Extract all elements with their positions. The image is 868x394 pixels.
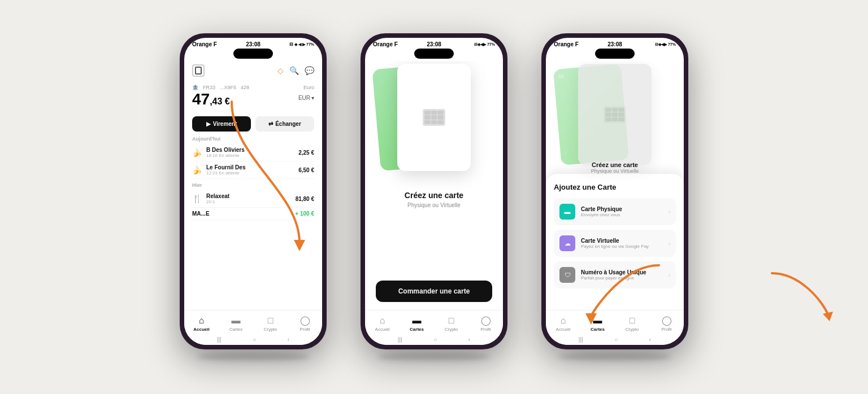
tx-name-1: B Des Oliviers xyxy=(206,147,245,153)
balance-meta: 🏦 FR33 ...X9F5 428 Euro xyxy=(192,85,314,90)
dynamic-island-1 xyxy=(233,49,273,59)
nav-label-cartes-1: Cartes xyxy=(229,327,243,332)
nav-profil-1[interactable]: ◯ Profil xyxy=(288,315,322,332)
card-icon-1: ▬ xyxy=(232,316,241,326)
nav-accueil-1[interactable]: ⌂ Accueil xyxy=(184,316,219,332)
chevron-3: › xyxy=(669,272,670,278)
home-bar-back-3: ‹ xyxy=(649,336,651,343)
crypto-icon-1: □ xyxy=(268,316,274,326)
cards-carousel-2: 31 xyxy=(365,61,503,185)
phone3: Orange F 23:08 ⊟◈◀▶ 77% 31 xyxy=(541,33,688,349)
tx-details-1: B Des Oliviers 18:16 En attente xyxy=(206,147,245,158)
tx-left-3: 🍴 Relaxeat 20:1 xyxy=(192,193,229,204)
status-time-1: Orange F xyxy=(192,41,217,47)
chip-cell xyxy=(437,111,444,115)
cloud-icon: ☁ xyxy=(565,240,571,247)
sheet-title: Ajoutez une Carte xyxy=(554,183,676,191)
nav-label-crypto-3: Crypto xyxy=(626,327,639,332)
phone2-screen: Orange F 23:08 ⊟◈◀▶ 77% 31 xyxy=(365,38,503,345)
nav-label-cartes-3: Cartes xyxy=(591,327,605,332)
nav-label-cartes-2: Cartes xyxy=(410,327,424,332)
phone1-shadow xyxy=(197,353,310,361)
phone3-shadow xyxy=(558,353,671,361)
carte-physique-option[interactable]: ▬ Carte Physique Envoyée chez vous › xyxy=(554,198,676,225)
profile-icon-1: ◯ xyxy=(300,315,310,326)
card-create-overlay: Créez une carte Physique ou Virtuelle xyxy=(546,161,684,174)
option-text-3: Numéro à Usage Unique Parfait pour payer… xyxy=(581,269,646,281)
nav-profil-3[interactable]: ◯ Profil xyxy=(649,315,684,332)
option-sub-2: Payez en ligne ou via Google Pay xyxy=(581,244,649,249)
purple-icon-2: ☁ xyxy=(559,235,575,251)
bell-icon[interactable]: 💬 xyxy=(305,66,314,75)
tx-name-2: Le Fournil Des xyxy=(206,164,245,170)
table-row: MA...E + 100 € xyxy=(192,208,314,220)
commander-carte-button[interactable]: Commander une carte xyxy=(376,281,493,302)
gray-icon-3: 🛡 xyxy=(559,267,575,283)
tx-details-2: Le Fournil Des 12:23 En attente xyxy=(206,164,245,176)
card-icon-3: ▬ xyxy=(593,316,602,326)
nav-crypto-2[interactable]: □ Crypto xyxy=(434,316,468,332)
tx-left-2: 🍌 Le Fournil Des 12:23 En attente xyxy=(192,164,245,176)
tx-amount-4: + 100 € xyxy=(295,211,314,217)
home-bar-indicator-3: ||| xyxy=(579,336,583,343)
status-time-3: 23:08 xyxy=(607,41,622,47)
phone3-wrapper: Orange F 23:08 ⊟◈◀▶ 77% 31 xyxy=(541,33,688,361)
chip-cell xyxy=(424,111,431,115)
nav-crypto-1[interactable]: □ Crypto xyxy=(253,316,288,332)
nav-crypto-3[interactable]: □ Crypto xyxy=(615,316,649,332)
chip-cell xyxy=(431,120,437,124)
numero-usage-unique-option[interactable]: 🛡 Numéro à Usage Unique Parfait pour pay… xyxy=(554,261,676,288)
echanger-button[interactable]: ⇄ Échanger xyxy=(255,116,314,132)
option-title-1: Carte Physique xyxy=(581,206,622,212)
home-bar-back-2: ‹ xyxy=(468,336,470,343)
dynamic-island-3 xyxy=(595,49,635,59)
nav-accueil-2[interactable]: ⌂ Accueil xyxy=(365,316,400,332)
card-chip-3 xyxy=(604,106,626,123)
chip-cell xyxy=(437,120,444,124)
card-physique-icon: ▬ xyxy=(565,208,571,215)
phone2: Orange F 23:08 ⊟◈◀▶ 77% 31 xyxy=(361,33,507,349)
chip-cell xyxy=(424,115,431,119)
carte-virtuelle-option[interactable]: ☁ Carte Virtuelle Payez en ligne ou via … xyxy=(554,230,676,257)
nav-label-accueil-2: Accueil xyxy=(375,327,390,332)
nav-label-profil-2: Profil xyxy=(480,327,491,332)
virement-button[interactable]: ▶ Virement xyxy=(192,116,251,132)
tx-icon-1: 🍌 xyxy=(192,148,202,157)
screen1-content: ◇ 🔍 💬 🏦 FR33 ...X9F5 428 xyxy=(184,61,322,310)
phone1: Orange F 23:08 ⊟ ◈ ◀ ▶ 77% xyxy=(180,33,327,349)
status-bar-3: Orange F 23:08 ⊟◈◀▶ 77% xyxy=(546,38,684,49)
nav-cartes-2[interactable]: ▬ Cartes xyxy=(400,316,434,332)
currency-dropdown[interactable]: EUR ▾ xyxy=(298,95,314,101)
nav-accueil-3[interactable]: ⌂ Accueil xyxy=(546,316,580,332)
chip-cell xyxy=(431,115,437,119)
option-title-2: Carte Virtuelle xyxy=(581,238,649,244)
option-title-3: Numéro à Usage Unique xyxy=(581,269,646,275)
nav-label-crypto-1: Crypto xyxy=(264,327,277,332)
bottom-nav-2: ⌂ Accueil ▬ Cartes □ Crypto ◯ Profil xyxy=(365,310,503,334)
action-buttons: ▶ Virement ⇄ Échanger xyxy=(192,116,314,132)
balance-row: 47,43 € EUR ▾ xyxy=(192,90,314,108)
logo-icon xyxy=(195,67,202,75)
nav-cartes-1[interactable]: ▬ Cartes xyxy=(219,316,253,332)
tx-name-3: Relaxeat xyxy=(206,193,229,199)
chevron-2: › xyxy=(669,240,670,247)
tx-left-1: 🍌 B Des Oliviers 18:16 En attente xyxy=(192,147,245,158)
crypto-icon-2: □ xyxy=(449,316,454,326)
screen2-content: 31 xyxy=(365,61,503,310)
white-card-3 xyxy=(578,64,652,165)
status-time-2: 23:08 xyxy=(427,41,441,47)
nav-profil-2[interactable]: ◯ Profil xyxy=(468,315,503,332)
iban-part1: FR33 xyxy=(203,85,215,90)
balance-meta-left: 🏦 FR33 ...X9F5 428 xyxy=(192,85,249,90)
nav-label-accueil-1: Accueil xyxy=(193,327,209,332)
diamond-icon[interactable]: ◇ xyxy=(277,66,284,75)
bottom-nav-3: ⌂ Accueil ▬ Cartes □ Crypto ◯ xyxy=(546,310,684,334)
nav-cartes-3[interactable]: ▬ Cartes xyxy=(580,316,615,332)
tx-name-4: MA...E xyxy=(192,211,210,217)
status-icons-1: ⊟ ◈ ◀ ▶ 77% xyxy=(289,42,314,47)
option-sub-1: Envoyée chez vous xyxy=(581,212,622,217)
crypto-icon-3: □ xyxy=(630,316,635,326)
tx-details-3: Relaxeat 20:1 xyxy=(206,193,229,204)
search-icon[interactable]: 🔍 xyxy=(289,66,299,75)
card-create-title-3: Créez une carte xyxy=(546,161,684,168)
